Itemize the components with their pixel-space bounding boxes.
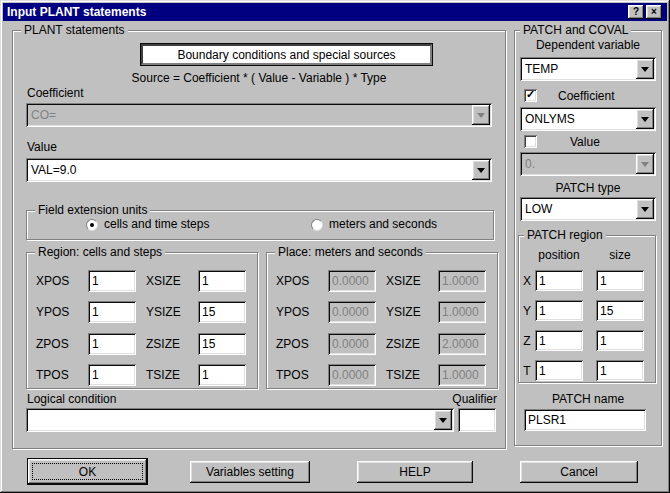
ypos-label: YPOS bbox=[36, 305, 69, 319]
ok-button[interactable]: OK bbox=[28, 459, 147, 484]
patch-value-combobox: 0. bbox=[520, 152, 656, 176]
zsize-input[interactable] bbox=[198, 333, 246, 355]
close-button[interactable]: × bbox=[646, 5, 662, 19]
place-tpos-label: TPOS bbox=[276, 368, 309, 382]
xsize-label: XSIZE bbox=[146, 274, 181, 288]
patch-x-size-input[interactable] bbox=[596, 270, 644, 291]
value-checkbox[interactable] bbox=[524, 135, 537, 148]
value-combobox-value: VAL=9.0 bbox=[31, 163, 468, 177]
zpos-input[interactable] bbox=[88, 333, 136, 355]
xsize-input[interactable] bbox=[198, 270, 246, 292]
dropdown-arrow-icon[interactable] bbox=[472, 160, 490, 180]
patch-z-size-input[interactable] bbox=[596, 330, 644, 351]
patch-z-position-input[interactable] bbox=[535, 330, 583, 351]
value-label: Value bbox=[27, 140, 57, 154]
dropdown-arrow-icon[interactable] bbox=[636, 199, 654, 219]
region-cells-group-label: Region: cells and steps bbox=[35, 245, 165, 259]
patch-region-group-label: PATCH region bbox=[524, 228, 606, 242]
patch-y-position-input[interactable] bbox=[535, 300, 583, 321]
patch-type-label: PATCH type bbox=[514, 181, 662, 195]
place-meters-group-label: Place: meters and seconds bbox=[275, 245, 426, 259]
title-bar[interactable]: Input PLANT statements bbox=[3, 3, 667, 21]
tpos-input[interactable] bbox=[88, 364, 136, 386]
patch-and-coval-group-label: PATCH and COVAL bbox=[520, 23, 631, 37]
patch-x-label: X bbox=[522, 274, 532, 288]
patch-name-input[interactable] bbox=[524, 409, 646, 431]
place-ysize-label: YSIZE bbox=[386, 305, 421, 319]
dropdown-arrow-icon bbox=[636, 154, 654, 174]
xpos-label: XPOS bbox=[36, 274, 69, 288]
close-icon: × bbox=[651, 7, 657, 17]
window-title: Input PLANT statements bbox=[7, 5, 146, 19]
dependent-variable-combobox[interactable]: TEMP bbox=[520, 57, 656, 81]
patch-y-label: Y bbox=[522, 304, 532, 318]
ysize-label: YSIZE bbox=[146, 305, 181, 319]
size-column-header: size bbox=[596, 248, 644, 262]
patch-z-label: Z bbox=[522, 334, 532, 348]
dropdown-arrow-icon bbox=[472, 105, 490, 125]
cancel-button[interactable]: Cancel bbox=[520, 461, 638, 483]
dropdown-arrow-icon[interactable] bbox=[434, 410, 452, 430]
qualifier-label: Qualifier bbox=[440, 392, 497, 406]
plant-statements-group-label: PLANT statements bbox=[21, 23, 128, 37]
question-mark-icon: ? bbox=[633, 7, 639, 17]
dropdown-arrow-icon[interactable] bbox=[636, 59, 654, 79]
patch-t-size-input[interactable] bbox=[596, 360, 644, 381]
radio-meters-and-seconds-label[interactable]: meters and seconds bbox=[329, 217, 437, 231]
dependent-variable-label: Dependent variable bbox=[514, 38, 662, 52]
source-formula-text: Source = Coefficient * ( Value - Variabl… bbox=[12, 71, 506, 85]
coefficient-label: Coefficient bbox=[27, 86, 83, 100]
value-combobox[interactable]: VAL=9.0 bbox=[26, 158, 492, 182]
place-xsize-input bbox=[438, 270, 486, 292]
radio-cells-and-time-steps[interactable] bbox=[86, 219, 98, 231]
place-ypos-input bbox=[328, 301, 376, 323]
value-checkbox-label[interactable]: Value bbox=[570, 135, 600, 149]
logical-condition-label: Logical condition bbox=[27, 392, 116, 406]
qualifier-input[interactable] bbox=[458, 408, 496, 432]
place-ysize-input bbox=[438, 301, 486, 323]
tsize-input[interactable] bbox=[198, 364, 246, 386]
input-plant-statements-dialog: Input PLANT statements ? × PLANT stateme… bbox=[0, 0, 670, 493]
patch-t-label: T bbox=[522, 364, 532, 378]
logical-condition-combobox[interactable] bbox=[26, 408, 454, 432]
tpos-label: TPOS bbox=[36, 368, 69, 382]
patch-x-position-input[interactable] bbox=[535, 270, 583, 291]
patch-value-combobox-value: 0. bbox=[525, 157, 632, 171]
place-xpos-label: XPOS bbox=[276, 274, 309, 288]
coefficient-combobox-value: CO= bbox=[31, 108, 468, 122]
place-xsize-label: XSIZE bbox=[386, 274, 421, 288]
radio-meters-and-seconds[interactable] bbox=[311, 219, 323, 231]
place-tpos-input bbox=[328, 364, 376, 386]
patch-type-combobox-value: LOW bbox=[525, 202, 632, 216]
coefficient-checkbox-label[interactable]: Coefficient bbox=[558, 89, 614, 103]
radio-cells-and-time-steps-label[interactable]: cells and time steps bbox=[104, 217, 209, 231]
place-zsize-input bbox=[438, 333, 486, 355]
place-tsize-label: TSIZE bbox=[386, 368, 420, 382]
xpos-input[interactable] bbox=[88, 270, 136, 292]
help-button[interactable]: ? bbox=[628, 5, 644, 19]
patch-type-combobox[interactable]: LOW bbox=[520, 197, 656, 221]
coefficient-combobox: CO= bbox=[26, 103, 492, 127]
patch-coefficient-combobox-value: ONLYMS bbox=[525, 112, 632, 126]
ypos-input[interactable] bbox=[88, 301, 136, 323]
boundary-conditions-header-label: Boundary conditions and special sources bbox=[177, 48, 395, 62]
boundary-conditions-header-button[interactable]: Boundary conditions and special sources bbox=[141, 44, 432, 65]
field-extension-units-group-label: Field extension units bbox=[35, 203, 150, 217]
place-zsize-label: ZSIZE bbox=[386, 337, 420, 351]
dropdown-arrow-icon[interactable] bbox=[636, 109, 654, 129]
variables-setting-button-label: Variables setting bbox=[206, 465, 294, 479]
position-column-header: position bbox=[535, 248, 583, 262]
patch-coefficient-combobox[interactable]: ONLYMS bbox=[520, 107, 656, 131]
variables-setting-button[interactable]: Variables setting bbox=[190, 461, 310, 483]
patch-y-size-input[interactable] bbox=[596, 300, 644, 321]
patch-name-label: PATCH name bbox=[514, 392, 662, 406]
patch-t-position-input[interactable] bbox=[535, 360, 583, 381]
coefficient-checkbox[interactable] bbox=[524, 89, 537, 102]
help-button-label: HELP bbox=[399, 465, 430, 479]
help-action-button[interactable]: HELP bbox=[357, 461, 473, 483]
ysize-input[interactable] bbox=[198, 301, 246, 323]
place-zpos-input bbox=[328, 333, 376, 355]
place-zpos-label: ZPOS bbox=[276, 337, 309, 351]
place-tsize-input bbox=[438, 364, 486, 386]
zsize-label: ZSIZE bbox=[146, 337, 180, 351]
